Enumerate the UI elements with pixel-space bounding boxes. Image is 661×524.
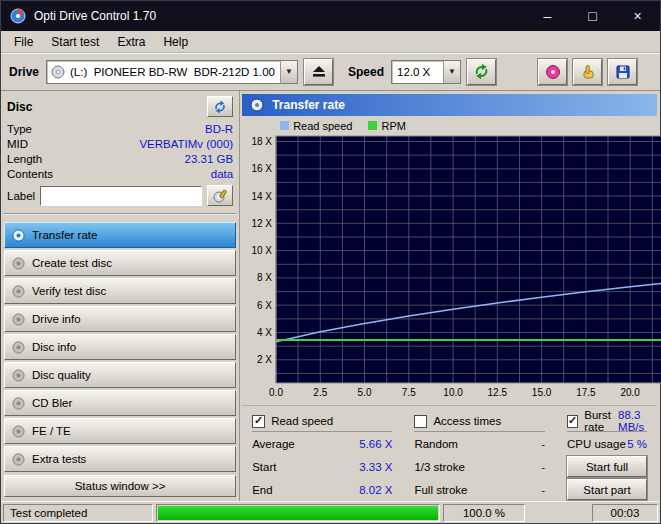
sidebar-item-label: Disc info — [32, 341, 76, 353]
chevron-down-icon[interactable]: ▼ — [280, 61, 297, 83]
disc-icon — [12, 453, 25, 466]
sidebar-item-disc-info[interactable]: Disc info — [4, 334, 236, 360]
button-row: Start part — [567, 478, 647, 501]
write-label-button[interactable] — [207, 185, 233, 206]
hand-tool-button[interactable] — [573, 59, 602, 85]
result-row-random: Random- — [414, 432, 545, 455]
sidebar-item-label: Drive info — [32, 313, 81, 325]
floppy-icon — [615, 64, 631, 80]
sidebar-item-transfer-rate[interactable]: Transfer rate — [4, 222, 236, 248]
access-times-checkbox[interactable] — [414, 415, 427, 428]
disc-field-length: Length23.31 GB — [7, 151, 233, 166]
sidebar-item-label: Transfer rate — [32, 229, 97, 241]
result-row-average: Average5.66 X — [252, 432, 392, 455]
disc-panel: Disc TypeBD-RMIDVERBATIMv (000)Length23.… — [4, 94, 236, 215]
read-speed-checkbox[interactable] — [252, 415, 265, 428]
sidebar-item-fe-te[interactable]: FE / TE — [4, 418, 236, 444]
disc-field-label: MID — [7, 138, 28, 150]
result-value: - — [541, 438, 545, 450]
result-label: End — [252, 484, 272, 496]
refresh-icon — [213, 100, 227, 114]
disc-field-label: Length — [7, 153, 42, 165]
close-button[interactable]: × — [615, 1, 660, 31]
svg-text:14 X: 14 X — [252, 191, 273, 202]
svg-text:15.0: 15.0 — [532, 387, 552, 398]
speed-label: Speed — [348, 65, 384, 79]
minimize-button[interactable]: – — [525, 1, 570, 31]
status-text: Test completed — [10, 507, 87, 519]
progress-percent: 100.0 % — [463, 507, 505, 519]
svg-text:10.0: 10.0 — [444, 387, 464, 398]
read-speed-column: Read speed Average5.66 XStart3.33 XEnd8.… — [252, 413, 392, 501]
sidebar-item-disc-quality[interactable]: Disc quality — [4, 362, 236, 388]
drive-value: (L:) PIONEER BD-RW BDR-212D 1.00 — [65, 66, 280, 78]
disc-icon — [12, 313, 25, 326]
sidebar-item-label: CD Bler — [32, 397, 72, 409]
sidebar-item-label: Extra tests — [32, 453, 86, 465]
disc-fields: TypeBD-RMIDVERBATIMv (000)Length23.31 GB… — [7, 121, 233, 181]
save-button[interactable] — [608, 59, 637, 85]
disc-field-value: 23.31 GB — [185, 153, 234, 165]
sidebar-item-create-test-disc[interactable]: Create test disc — [4, 250, 236, 276]
disc-utility-button[interactable] — [538, 59, 567, 85]
refresh-drive-button[interactable] — [467, 59, 496, 85]
svg-text:12.5: 12.5 — [488, 387, 508, 398]
speed-select[interactable]: 12.0 X ▼ — [391, 60, 461, 84]
label-input[interactable] — [40, 186, 202, 206]
refresh-disc-button[interactable] — [207, 96, 233, 117]
status-window-button[interactable]: Status window >> — [4, 475, 236, 497]
disc-field-value: VERBATIMv (000) — [139, 138, 233, 150]
statusbar: Test completed 100.0 % 00:03 — [1, 501, 660, 523]
transfer-rate-icon — [250, 98, 264, 112]
sidebar-item-extra-tests[interactable]: Extra tests — [4, 446, 236, 472]
result-row-start: Start3.33 X — [252, 455, 392, 478]
start-full-button[interactable]: Start full — [567, 456, 647, 477]
access-rows: Random-1/3 stroke-Full stroke- — [414, 432, 545, 501]
legend-item-rpm: RPM — [368, 120, 405, 132]
sidebar-item-verify-test-disc[interactable]: Verify test disc — [4, 278, 236, 304]
app-window: Opti Drive Control 1.70 – □ × FileStart … — [0, 0, 661, 524]
svg-text:16 X: 16 X — [252, 163, 273, 174]
result-value: 3.33 X — [359, 461, 392, 473]
button-row: Start full — [567, 455, 647, 478]
legend-label: Read speed — [293, 120, 352, 132]
start-part-button[interactable]: Start part — [567, 479, 647, 500]
sidebar-item-label: FE / TE — [32, 425, 71, 437]
hand-icon — [580, 64, 596, 80]
titlebar: Opti Drive Control 1.70 – □ × — [1, 1, 660, 31]
menu-item-extra[interactable]: Extra — [108, 32, 154, 52]
sidebar-item-cd-bler[interactable]: CD Bler — [4, 390, 236, 416]
burst-rate-column: Burst rate 88.3 MB/s CPU usage5 %Start f… — [567, 413, 647, 501]
svg-text:5.0: 5.0 — [358, 387, 372, 398]
maximize-button[interactable]: □ — [570, 1, 615, 31]
chevron-down-icon[interactable]: ▼ — [443, 61, 460, 83]
disc-icon — [12, 425, 25, 438]
progress-bar — [156, 504, 440, 522]
sidebar-item-drive-info[interactable]: Drive info — [4, 306, 236, 332]
svg-text:7.5: 7.5 — [402, 387, 416, 398]
result-row-cpu-usage: CPU usage5 % — [567, 432, 647, 455]
svg-text:0.0: 0.0 — [269, 387, 283, 398]
disc-panel-title: Disc — [7, 100, 32, 114]
sidebar-item-label: Create test disc — [32, 257, 112, 269]
sidebar: Transfer rateCreate test discVerify test… — [4, 222, 236, 472]
drive-label: Drive — [9, 65, 39, 79]
sidebar-item-label: Disc quality — [32, 369, 91, 381]
disc-field-mid: MIDVERBATIMv (000) — [7, 136, 233, 151]
menu-item-help[interactable]: Help — [154, 32, 197, 52]
result-row-1-3-stroke: 1/3 stroke- — [414, 455, 545, 478]
toolbar: Drive (L:) PIONEER BD-RW BDR-212D 1.00 ▼… — [1, 53, 660, 91]
result-value: 5 % — [627, 438, 647, 450]
result-row-end: End8.02 X — [252, 478, 392, 501]
svg-text:2 X: 2 X — [257, 354, 272, 365]
svg-text:2.5: 2.5 — [313, 387, 327, 398]
result-value: - — [541, 461, 545, 473]
burst-rate-checkbox[interactable] — [567, 415, 578, 428]
eject-button[interactable] — [304, 59, 333, 85]
disc-icon — [12, 341, 25, 354]
menu-item-start-test[interactable]: Start test — [42, 32, 108, 52]
menu-item-file[interactable]: File — [5, 32, 42, 52]
disc-icon — [12, 229, 25, 242]
legend-swatch — [368, 121, 377, 130]
drive-select[interactable]: (L:) PIONEER BD-RW BDR-212D 1.00 ▼ — [46, 60, 298, 84]
